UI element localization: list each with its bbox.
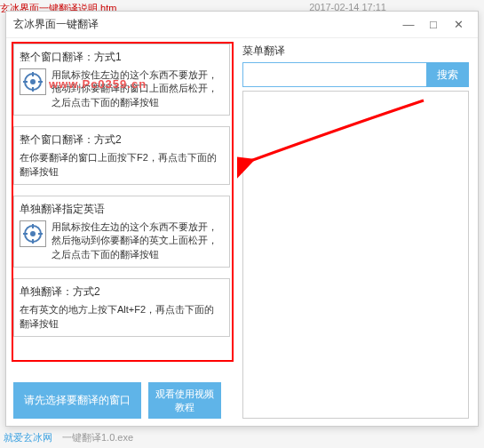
search-button[interactable]: 搜索	[426, 62, 469, 87]
footer-exe: 一键翻译1.0.exe	[62, 431, 133, 444]
method-title: 单独翻译指定英语	[20, 202, 224, 217]
watch-video-button[interactable]: 观看使用视频 教程	[148, 382, 221, 419]
method-title: 整个窗口翻译：方式1	[20, 50, 224, 65]
method-title: 单独翻译：方式2	[20, 284, 224, 300]
url-watermark: www.Pc0359.cn	[49, 77, 147, 91]
drag-target-icon[interactable]	[20, 220, 46, 247]
svg-point-7	[30, 231, 36, 236]
svg-point-1	[30, 79, 36, 84]
main-window: 玄冰界面一键翻译 — □ ✕ www.Pc0359.cn 整个窗口翻译：方式1用…	[5, 11, 479, 427]
method-block-3: 单独翻译指定英语用鼠标按住左边的这个东西不要放开，然后拖动到你要翻译的英文上面松…	[13, 196, 230, 268]
search-input[interactable]	[242, 62, 426, 87]
minimize-button[interactable]: —	[396, 15, 421, 35]
window-title: 玄冰界面一键翻译	[13, 17, 396, 32]
drag-target-icon[interactable]	[20, 68, 46, 95]
select-window-button[interactable]: 请先选择要翻译的窗口	[13, 382, 141, 419]
right-panel: 菜单翻译 搜索	[237, 38, 478, 426]
method-block-4: 单独翻译：方式2在有英文的地方上按下Alt+F2，再点击下面的翻译按钮	[13, 278, 230, 337]
method-block-2: 整个窗口翻译：方式2在你要翻译的窗口上面按下F2，再点击下面的翻译按钮	[13, 126, 230, 185]
method-title: 整个窗口翻译：方式2	[20, 132, 224, 148]
close-button[interactable]: ✕	[446, 15, 471, 35]
method-desc: 用鼠标按住左边的这个东西不要放开，然后拖动到你要翻译的英文上面松开，之后点击下面…	[52, 220, 224, 261]
titlebar: 玄冰界面一键翻译 — □ ✕	[6, 12, 478, 38]
result-area[interactable]	[242, 91, 469, 419]
menu-translate-label: 菜单翻译	[242, 44, 469, 59]
maximize-button[interactable]: □	[421, 15, 446, 35]
method-desc: 在你要翻译的窗口上面按下F2，再点击下面的翻译按钮	[20, 151, 224, 179]
method-desc: 在有英文的地方上按下Alt+F2，再点击下面的翻译按钮	[20, 303, 224, 331]
left-panel: www.Pc0359.cn 整个窗口翻译：方式1用鼠标按住左边的这个东西不要放开…	[6, 38, 237, 426]
footer-link[interactable]: 就爱玄冰网	[4, 431, 52, 444]
